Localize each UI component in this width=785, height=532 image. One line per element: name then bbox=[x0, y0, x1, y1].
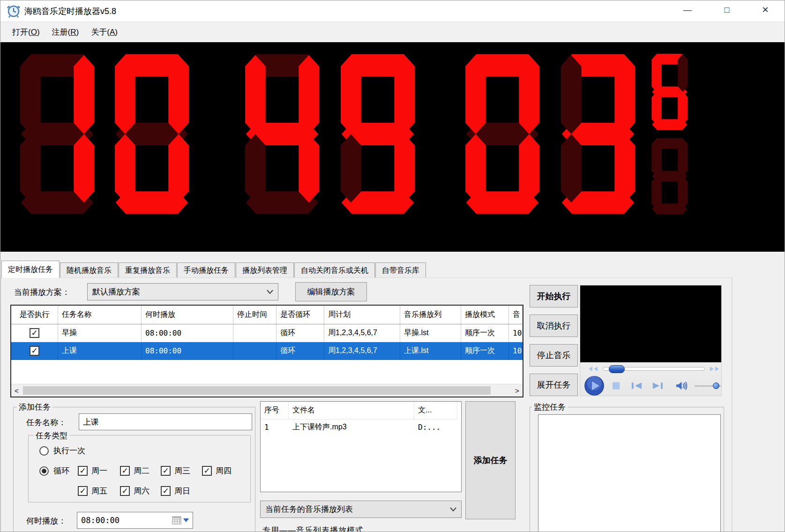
cell-when: 08:00:00 bbox=[142, 342, 233, 360]
action-button-2[interactable]: 停止音乐 bbox=[530, 344, 578, 367]
column-header-6[interactable]: 音乐播放列 bbox=[400, 306, 461, 324]
maximize-button[interactable]: □ bbox=[712, 0, 742, 20]
cell-week: 周1,2,3,4,5,6,7 bbox=[324, 324, 400, 342]
radio-run-once[interactable]: 执行一次 bbox=[39, 445, 85, 456]
task-name-value: 上课 bbox=[83, 417, 99, 427]
cell-volume: 100 bbox=[509, 342, 523, 360]
tab-4[interactable]: 播放列表管理 bbox=[236, 262, 294, 278]
media-player bbox=[580, 285, 722, 396]
checkbox-label: 周三 bbox=[174, 465, 190, 476]
cell-week: 周1,2,3,4,5,6,7 bbox=[324, 342, 400, 360]
table-row-1[interactable]: ✓上课08:00:00循环周1,2,3,4,5,6,7上课.lst顺序一次100 bbox=[11, 342, 523, 360]
media-video-area bbox=[580, 285, 721, 362]
task-name-label: 任务名称： bbox=[26, 417, 66, 428]
weekday-checkbox-4[interactable]: ✓周五 bbox=[78, 486, 107, 496]
column-header-8[interactable]: 音 bbox=[509, 306, 523, 324]
tab-0[interactable]: 定时播放任务 bbox=[1, 261, 60, 278]
column-header-1[interactable]: 任务名称 bbox=[58, 306, 142, 324]
date-picker-control[interactable] bbox=[172, 516, 189, 525]
weekday-checkbox-2[interactable]: ✓周三 bbox=[161, 465, 190, 476]
tab-5[interactable]: 自动关闭音乐或关机 bbox=[294, 262, 375, 278]
tab-3[interactable]: 手动播放任务 bbox=[177, 262, 235, 278]
menu-item-1[interactable]: 注册(R) bbox=[52, 27, 79, 37]
stop-button[interactable] bbox=[612, 382, 620, 390]
clock-small-digit-0 bbox=[650, 52, 689, 131]
clock-small-digit-1 bbox=[650, 137, 689, 216]
when-play-input[interactable]: 08:00:00 bbox=[77, 512, 193, 529]
monitor-task-list[interactable] bbox=[538, 414, 721, 532]
close-button[interactable]: ✕ bbox=[750, 0, 780, 20]
action-button-3[interactable]: 展开任务 bbox=[530, 374, 578, 396]
clock-digit-1 bbox=[112, 52, 191, 217]
volume-thumb[interactable] bbox=[713, 382, 719, 389]
current-plan-label: 当前播放方案： bbox=[14, 287, 70, 298]
weekday-checkbox-1[interactable]: ✓周二 bbox=[120, 465, 150, 476]
tab-1[interactable]: 随机播放音乐 bbox=[60, 262, 118, 278]
tab-2[interactable]: 重复播放音乐 bbox=[119, 262, 177, 278]
minimize-button[interactable]: — bbox=[673, 0, 703, 20]
seek-back-icon[interactable] bbox=[588, 366, 599, 372]
action-button-0[interactable]: 开始执行 bbox=[530, 285, 578, 307]
file-column-header-1[interactable]: 文件名 bbox=[289, 402, 414, 420]
scroll-left-button[interactable]: < bbox=[11, 384, 22, 397]
scroll-right-button[interactable]: > bbox=[512, 384, 523, 397]
playlist-combobox[interactable]: 当前任务的音乐播放列表 bbox=[260, 501, 462, 518]
checkbox-box: ✓ bbox=[120, 466, 130, 476]
weekday-checkbox-3[interactable]: ✓周四 bbox=[202, 465, 232, 476]
calendar-icon bbox=[172, 516, 181, 525]
column-header-4[interactable]: 是否循环 bbox=[277, 306, 324, 324]
task-name-input[interactable]: 上课 bbox=[79, 413, 252, 430]
weekday-checkbox-5[interactable]: ✓周六 bbox=[120, 486, 150, 496]
previous-button[interactable] bbox=[630, 381, 643, 390]
tab-6[interactable]: 自带音乐库 bbox=[375, 262, 426, 278]
seek-slider[interactable] bbox=[603, 367, 705, 371]
clock-digit-0 bbox=[18, 52, 97, 217]
plan-combobox[interactable]: 默认播放方案 bbox=[87, 283, 278, 300]
task-table-hscrollbar[interactable]: < > bbox=[11, 384, 523, 397]
menu-item-2[interactable]: 关于(A) bbox=[91, 27, 118, 37]
add-task-button[interactable]: 添加任务 bbox=[465, 401, 516, 519]
volume-speaker-icon[interactable] bbox=[675, 381, 688, 391]
task-table-body: ✓早操08:00:00循环周1,2,3,4,5,6,7早操.lst顺序一次100… bbox=[11, 324, 523, 360]
next-button[interactable] bbox=[651, 381, 664, 390]
column-header-2[interactable]: 何时播放 bbox=[142, 306, 233, 324]
task-table-header: 是否执行任务名称何时播放停止时间是否循环周计划音乐播放列播放模式音 bbox=[11, 306, 523, 324]
menu-item-0[interactable]: 打开(O) bbox=[12, 27, 40, 37]
page-divider bbox=[732, 277, 733, 532]
file-column-header-0[interactable]: 序号 bbox=[261, 402, 289, 420]
cell-loop: 循环 bbox=[277, 342, 324, 360]
add-task-group-label: 添加任务 bbox=[17, 402, 52, 412]
edit-plan-button[interactable]: 编辑播放方案 bbox=[295, 282, 367, 301]
action-button-1[interactable]: 取消执行 bbox=[530, 315, 578, 337]
clock-digit-4 bbox=[463, 52, 542, 217]
table-row-0[interactable]: ✓早操08:00:00循环周1,2,3,4,5,6,7早操.lst顺序一次100 bbox=[11, 324, 523, 342]
radio-loop[interactable]: 循环 bbox=[39, 465, 69, 476]
cell-mode: 顺序一次 bbox=[461, 324, 509, 342]
weekday-checkbox-6[interactable]: ✓周日 bbox=[161, 486, 190, 496]
column-header-7[interactable]: 播放模式 bbox=[461, 306, 509, 324]
clock-digit-2 bbox=[243, 52, 321, 217]
row-enabled-checkbox[interactable]: ✓ bbox=[30, 346, 39, 356]
cell-stop bbox=[233, 324, 277, 342]
play-button[interactable] bbox=[584, 375, 605, 397]
column-header-3[interactable]: 停止时间 bbox=[233, 306, 277, 324]
cell-enabled: ✓ bbox=[11, 324, 58, 342]
row-enabled-checkbox[interactable]: ✓ bbox=[30, 328, 39, 338]
checkbox-box: ✓ bbox=[161, 486, 171, 496]
chevron-down-icon bbox=[267, 290, 273, 294]
scrollbar-thumb[interactable] bbox=[23, 386, 491, 395]
file-cell: 上下课铃声.mp3 bbox=[289, 420, 414, 435]
weekday-checkbox-0[interactable]: ✓周一 bbox=[78, 465, 107, 476]
file-column-header-2[interactable]: 文... bbox=[414, 402, 457, 420]
file-list-header: 序号文件名文... bbox=[261, 402, 461, 420]
seek-thumb[interactable] bbox=[609, 365, 625, 373]
column-header-0[interactable]: 是否执行 bbox=[11, 306, 58, 324]
tab-strip: 定时播放任务随机播放音乐重复播放音乐手动播放任务播放列表管理自动关闭音乐或关机自… bbox=[1, 261, 751, 278]
cell-name: 上课 bbox=[58, 342, 142, 360]
column-header-5[interactable]: 周计划 bbox=[324, 306, 400, 324]
file-row-0[interactable]: 1上下课铃声.mp3D:... bbox=[261, 420, 461, 435]
chevron-down-icon bbox=[450, 507, 456, 511]
media-buttons-row bbox=[580, 375, 721, 396]
seek-forward-icon[interactable] bbox=[709, 366, 720, 372]
volume-slider[interactable] bbox=[695, 385, 721, 387]
